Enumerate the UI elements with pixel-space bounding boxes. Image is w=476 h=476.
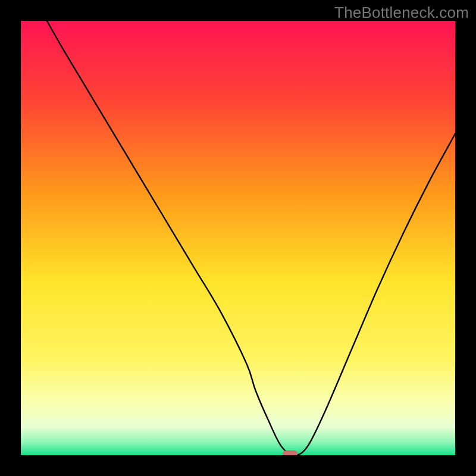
plot-area bbox=[21, 21, 455, 455]
optimal-marker bbox=[283, 450, 298, 455]
chart-frame: TheBottleneck.com bbox=[0, 0, 476, 476]
bottleneck-curve bbox=[21, 21, 455, 455]
watermark-text: TheBottleneck.com bbox=[334, 4, 469, 22]
